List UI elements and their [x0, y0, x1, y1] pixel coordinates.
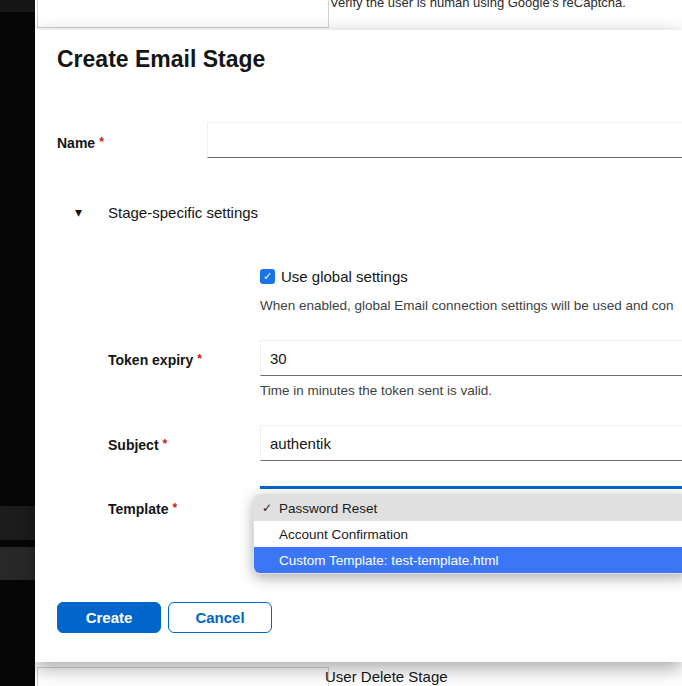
- modal-title: Create Email Stage: [57, 46, 265, 73]
- sidebar-header-dimmed: [0, 0, 35, 12]
- stage-settings-section-toggle[interactable]: ▾ Stage-specific settings: [75, 200, 258, 224]
- option-label: Password Reset: [279, 501, 377, 516]
- screen: Verify the user is human using Google's …: [0, 0, 682, 686]
- use-global-settings-checkbox[interactable]: ✓: [260, 269, 275, 284]
- token-expiry-label-text: Token expiry: [108, 352, 193, 368]
- template-label: Template*: [108, 501, 177, 517]
- dropdown-option-password-reset[interactable]: ✓ Password Reset: [254, 495, 682, 521]
- sidebar-backdrop: [0, 0, 35, 686]
- background-page-top: Verify the user is human using Google's …: [35, 0, 682, 30]
- section-label: Stage-specific settings: [108, 204, 258, 221]
- background-recaptcha-text: Verify the user is human using Google's …: [330, 0, 626, 10]
- template-label-text: Template: [108, 501, 168, 517]
- use-global-settings-helper: When enabled, global Email connection se…: [260, 298, 674, 313]
- cancel-button[interactable]: Cancel: [168, 602, 272, 633]
- sidebar-item-dimmed: [0, 506, 35, 540]
- name-input[interactable]: [207, 122, 682, 158]
- subject-input[interactable]: [260, 425, 682, 461]
- required-asterisk: *: [172, 501, 177, 515]
- name-label-text: Name: [57, 135, 95, 151]
- token-expiry-input[interactable]: [260, 340, 682, 376]
- check-icon: ✓: [262, 501, 279, 515]
- background-card: [37, 0, 329, 28]
- subject-label: Subject*: [108, 437, 167, 453]
- token-expiry-helper: Time in minutes the token sent is valid.: [260, 383, 492, 398]
- dropdown-option-custom-template[interactable]: Custom Template: test-template.html: [254, 547, 682, 573]
- check-icon: ✓: [263, 270, 272, 282]
- dropdown-option-account-confirmation[interactable]: Account Confirmation: [254, 521, 682, 547]
- option-label: Account Confirmation: [279, 527, 408, 542]
- option-label: Custom Template: test-template.html: [279, 553, 499, 568]
- template-select-focused[interactable]: [260, 486, 682, 489]
- create-button[interactable]: Create: [57, 602, 161, 633]
- required-asterisk: *: [163, 437, 168, 451]
- name-label: Name*: [57, 135, 104, 151]
- subject-label-text: Subject: [108, 437, 159, 453]
- token-expiry-label: Token expiry*: [108, 352, 202, 368]
- use-global-settings-label[interactable]: Use global settings: [281, 268, 408, 285]
- required-asterisk: *: [99, 135, 104, 149]
- background-user-delete-stage-text: User Delete Stage: [325, 668, 448, 685]
- background-page-bottom: User Delete Stage: [35, 662, 682, 686]
- template-select-dropdown: ✓ Password Reset Account Confirmation Cu…: [253, 494, 682, 574]
- chevron-down-icon: ▾: [75, 204, 108, 220]
- required-asterisk: *: [197, 352, 202, 366]
- background-card: [37, 667, 329, 686]
- sidebar-item-dimmed: [0, 547, 35, 580]
